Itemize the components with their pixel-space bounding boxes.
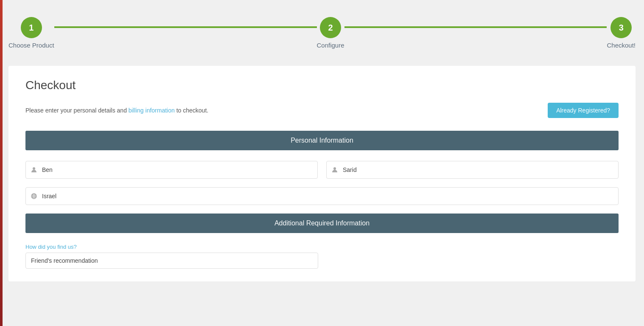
- content-card: Checkout Please enter your personal deta…: [8, 66, 636, 281]
- info-bar: Please enter your personal details and b…: [25, 103, 619, 120]
- how-found-label: How did you find us?: [25, 244, 619, 250]
- stepper-circle-1: 1: [21, 17, 42, 38]
- personal-info-header: Personal Information: [25, 131, 619, 150]
- person-icon-first: [31, 166, 37, 173]
- info-text: Please enter your personal details and b…: [25, 107, 208, 114]
- billing-link[interactable]: billing information: [129, 107, 175, 114]
- first-name-input[interactable]: [25, 161, 318, 179]
- already-registered-button[interactable]: Already Registered?: [548, 103, 619, 118]
- country-group: [25, 187, 619, 205]
- svg-point-1: [333, 167, 336, 170]
- country-input[interactable]: [25, 187, 619, 205]
- stepper-item-1: 1 Choose Product: [8, 17, 54, 49]
- stepper-line-2-3: [344, 26, 607, 28]
- last-name-input[interactable]: [326, 161, 619, 179]
- svg-point-0: [33, 167, 35, 170]
- additional-section: Additional Required Information How did …: [25, 214, 619, 269]
- page-wrapper: 1 Choose Product 2 Configure 3 Checkout!…: [0, 0, 644, 326]
- globe-icon: [31, 193, 37, 200]
- name-row: [25, 161, 619, 179]
- how-found-input[interactable]: [25, 253, 318, 269]
- stepper-line-1-2: [54, 26, 317, 28]
- how-found-group: How did you find us?: [25, 244, 619, 269]
- stepper-circle-2: 2: [320, 17, 341, 38]
- country-row: [25, 187, 619, 205]
- stepper-label-1: Choose Product: [8, 42, 54, 49]
- last-name-group: [326, 161, 619, 179]
- stepper-item-2: 2 Configure: [317, 17, 344, 49]
- stepper: 1 Choose Product 2 Configure 3 Checkout!: [8, 13, 636, 53]
- stepper-circle-3: 3: [610, 17, 632, 38]
- first-name-group: [25, 161, 318, 179]
- additional-info-header: Additional Required Information: [25, 214, 619, 233]
- stepper-item-3: 3 Checkout!: [607, 17, 636, 49]
- stepper-label-2: Configure: [317, 42, 344, 49]
- page-title: Checkout: [25, 79, 619, 92]
- stepper-label-3: Checkout!: [607, 42, 636, 49]
- person-icon-last: [331, 166, 338, 173]
- left-accent-bar: [0, 0, 3, 326]
